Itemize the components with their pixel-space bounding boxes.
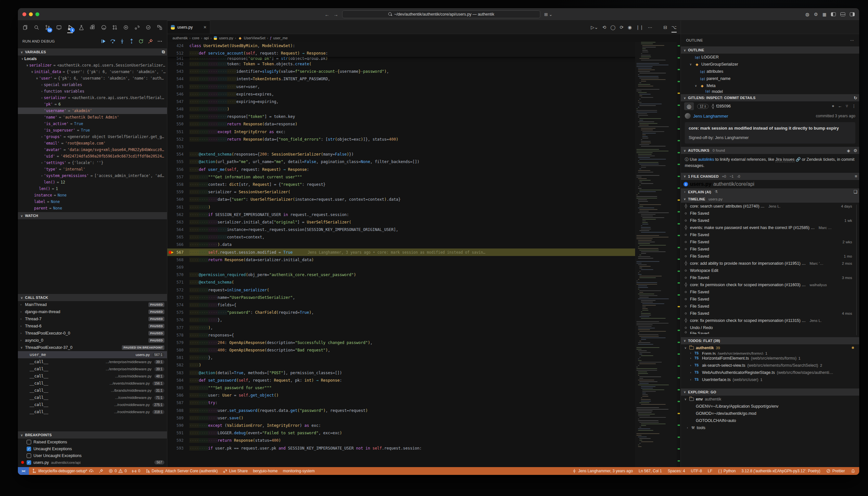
breakpoint-checkbox[interactable]: ✓ [27, 460, 31, 465]
compare-icon[interactable]: ⑂ [846, 104, 848, 109]
code-line-557[interactable]: 557········"""Get information about curr… [167, 173, 681, 181]
breadcrumb-item[interactable]: ƒuser_me [270, 36, 288, 40]
outline-item[interactable]: [@]LOGGER [681, 53, 859, 61]
glyph-margin[interactable] [167, 376, 176, 384]
code-line-589[interactable]: 589············user.save() [167, 414, 681, 422]
glyph-margin[interactable] [167, 75, 176, 83]
code-line-582[interactable]: 582····) [167, 361, 681, 369]
code-line-584[interactable]: 584····def set_password(self, request: R… [167, 376, 681, 384]
code-line-551[interactable]: 551············except IntegrityError as … [167, 128, 681, 136]
github-pr-icon[interactable] [111, 22, 119, 32]
glyph-margin[interactable] [167, 181, 176, 188]
code-line-575[interactable]: 575················"password": CharField… [167, 309, 681, 316]
status-item[interactable] [851, 469, 855, 473]
back-icon[interactable]: ← [838, 104, 842, 109]
toggle-secondary-sidebar-icon[interactable] [850, 12, 855, 16]
glyph-margin[interactable] [167, 211, 176, 218]
timeline-item[interactable]: core: add ability to provide reason for … [681, 260, 859, 267]
glyph-margin[interactable]: ▶ [167, 248, 176, 256]
code-line-570[interactable]: 570····@permission_required(obj_perm="au… [167, 271, 681, 279]
variable-row[interactable]: parent=None [18, 205, 167, 212]
todo-file-row[interactable]: ›TSak-search-select-view.ts(web/src/elem… [681, 362, 859, 369]
step-over-icon[interactable] [110, 38, 115, 44]
variable-row[interactable]: len()=12 [18, 179, 167, 185]
glyph-margin[interactable] [167, 316, 176, 324]
commit-sha[interactable]: f285096 [712, 104, 731, 108]
code-line-574[interactable]: 574············fields={ [167, 301, 681, 309]
refresh-icon[interactable]: ↻ [854, 95, 857, 100]
code-line-559[interactable]: 559········serializer = SessionUserSeria… [167, 188, 681, 196]
pin-icon[interactable]: ⌖ [832, 104, 834, 109]
timeline-item[interactable]: events: make sure password set event has… [681, 224, 859, 231]
glyph-margin[interactable] [167, 263, 176, 271]
variable-row[interactable]: 'avatar'='data:image/svg+xml;base64,PHN2… [18, 146, 167, 153]
profile-switcher-icon[interactable]: ⊞ ⌄ [544, 12, 552, 17]
command-center[interactable]: ~/dev/authentik/authentik/core/api/users… [342, 11, 540, 18]
code-line-542[interactable]: 542················token: Token = Token.… [167, 60, 681, 67]
remote-explorer-icon[interactable] [55, 22, 63, 32]
variable-row[interactable]: 'type'='internal' [18, 166, 167, 172]
code-line-580[interactable]: 580············400: OpenApiResponse(desc… [167, 346, 681, 354]
more-actions-icon[interactable]: ⋯ [648, 25, 652, 30]
glyph-margin[interactable] [167, 49, 176, 57]
zoom-window-button[interactable] [35, 12, 39, 16]
glyph-margin[interactable] [167, 286, 176, 294]
restart-icon[interactable] [138, 38, 143, 44]
glyph-margin[interactable] [167, 294, 176, 301]
timeline-item[interactable]: File Saved1 wk [681, 217, 859, 224]
gitlens-stats-pill[interactable]: 12 ± [697, 104, 709, 109]
nav-back-icon[interactable]: ⟲ [602, 25, 606, 30]
status-item-lifecycle/fix-debugger-setup*[interactable]: lifecycle/fix-debugger-setup* [32, 469, 94, 473]
code-line-572[interactable]: 572········request=inline_serializer( [167, 286, 681, 294]
section-header-explorer-go[interactable]: ∨EXPLORER: GO [681, 388, 859, 396]
variable-row[interactable]: label=None [18, 199, 167, 205]
variable-row[interactable]: ∨serializer=<authentik.core.api.users.Se… [18, 62, 167, 68]
code-line-568[interactable]: 568········return Response(data=serializ… [167, 256, 681, 263]
breakpoint-checkbox[interactable]: ✓ [27, 447, 31, 451]
glyph-margin[interactable] [167, 234, 176, 241]
code-line-578[interactable]: 578········responses={ [167, 331, 681, 339]
call-stack-frame[interactable]: __call__.../root/middleware.py275:1 [18, 401, 167, 408]
gitlens-icon[interactable] [122, 22, 130, 32]
extensions-icon[interactable] [88, 22, 96, 32]
glyph-margin[interactable] [167, 196, 176, 203]
go-env-var[interactable]: GOENV=~/Library/Application Support/go/e… [681, 403, 859, 410]
toggle-panel-icon[interactable] [840, 12, 845, 16]
breakpoint-checkbox[interactable] [27, 440, 31, 444]
autolinks-link[interactable]: autolinks [698, 157, 714, 162]
status-item-monitoring-system[interactable]: monitoring-system [283, 469, 315, 473]
timeline-item[interactable]: File Saved [681, 246, 859, 253]
close-tab-icon[interactable]: ✕ [203, 25, 206, 30]
code-line-554[interactable]: 554····@extend_schema(responses={200: Se… [167, 151, 681, 158]
code-line-576[interactable]: 576············}, [167, 316, 681, 324]
timeline-item[interactable]: File Saved [681, 210, 859, 217]
todo-tree-icon[interactable] [144, 22, 152, 32]
variable-row[interactable]: ›'system_permissions'=['access_admin_int… [18, 172, 167, 179]
breadcrumb-item[interactable]: users.py [213, 36, 233, 40]
breadcrumb-item[interactable]: api [204, 36, 208, 40]
status-item-0[interactable]: 0 [132, 469, 140, 473]
account-icon[interactable]: ◍ [805, 12, 809, 17]
glyph-margin[interactable] [167, 392, 176, 399]
go-tools-row[interactable]: ›⚒tools [681, 424, 859, 431]
code-line-561[interactable]: 561········) [167, 203, 681, 211]
variable-row[interactable]: 'pk'=6 [18, 101, 167, 108]
glyph-margin[interactable] [167, 279, 176, 286]
glyph-margin[interactable] [167, 218, 176, 226]
continue-icon[interactable] [101, 38, 106, 44]
glyph-margin[interactable] [167, 60, 176, 67]
code-line-571[interactable]: 571····@extend_schema( [167, 279, 681, 286]
code-line-569[interactable]: 569 [167, 263, 681, 271]
section-header-explain-ai[interactable]: ›EXPLAIN (AI) ⚗ ❏ [681, 188, 859, 196]
code-editor[interactable]: 424class UserViewSet(UsedByMixin, ModelV… [167, 42, 681, 467]
variable-row[interactable]: 'username'='akadmin' [18, 108, 167, 114]
timeline-item[interactable]: File Saved [681, 296, 859, 303]
glyph-margin[interactable] [167, 271, 176, 279]
timeline-item[interactable]: core: search users' attributes (#12740) … [681, 203, 859, 210]
source-control-icon[interactable]: 12 [44, 22, 52, 32]
todo-group-row[interactable]: ∨authentik39 [681, 344, 859, 352]
variable-row[interactable]: ›serializer=<authentik.core.api.users.Us… [18, 94, 167, 101]
breakpoint-row[interactable]: Raised Exceptions [18, 438, 167, 445]
code-line-586[interactable]: 586········user: User = self.get_object(… [167, 392, 681, 399]
timeline-item[interactable]: core: fix permission check for scoped im… [681, 281, 859, 289]
